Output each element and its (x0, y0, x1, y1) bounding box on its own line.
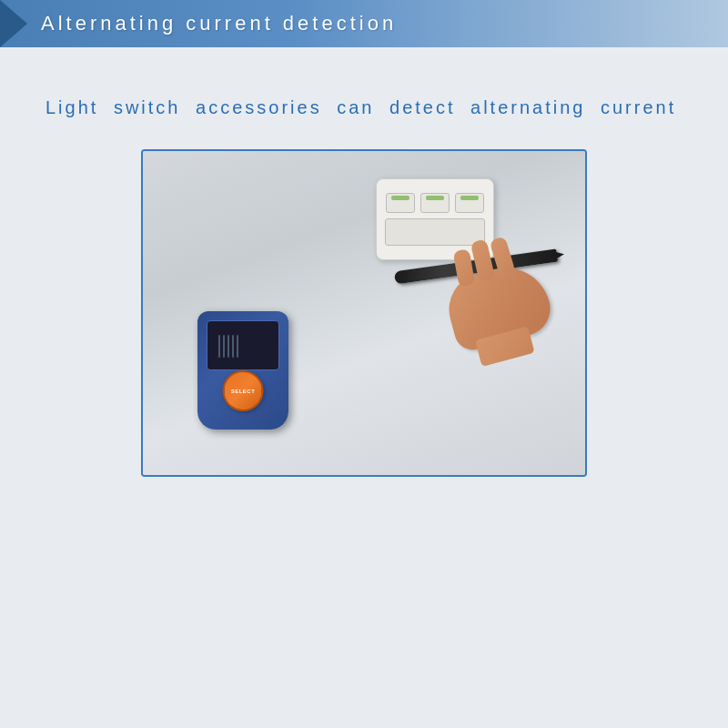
switch-indicator-2 (426, 196, 444, 200)
switch-button-3 (455, 193, 484, 213)
header-triangle-icon (0, 0, 27, 47)
detector-body: SELECT (197, 311, 288, 430)
vent-line-3 (228, 335, 229, 358)
description-text: Light switch accessories can detect alte… (46, 93, 682, 122)
vent-line-5 (237, 335, 238, 358)
hand-skin (441, 258, 557, 354)
vent-line-4 (232, 335, 234, 358)
switch-indicator-3 (460, 196, 479, 200)
vent-line-1 (218, 335, 220, 358)
image-frame: SELECT (141, 149, 587, 477)
switch-indicator-1 (391, 196, 410, 200)
hand-area (376, 242, 558, 379)
wrist (475, 327, 535, 368)
switch-button-2 (420, 193, 450, 213)
scene: SELECT (143, 151, 585, 475)
detector-device: SELECT (197, 311, 288, 430)
switch-row (386, 193, 484, 213)
vent-line-2 (223, 335, 225, 358)
detector-vents (218, 335, 238, 358)
page-container: Alternating current detection Light swit… (0, 0, 728, 728)
detector-button-label: SELECT (231, 389, 256, 394)
header-bar: Alternating current detection (0, 0, 728, 47)
header-title: Alternating current detection (41, 12, 397, 35)
hand (449, 269, 558, 379)
detector-screen (207, 320, 279, 370)
finger-1 (453, 248, 476, 288)
detector-select-button[interactable]: SELECT (223, 370, 264, 411)
body-content: Light switch accessories can detect alte… (0, 47, 728, 728)
switch-button-1 (386, 193, 415, 213)
pen-tip-icon (555, 250, 565, 258)
